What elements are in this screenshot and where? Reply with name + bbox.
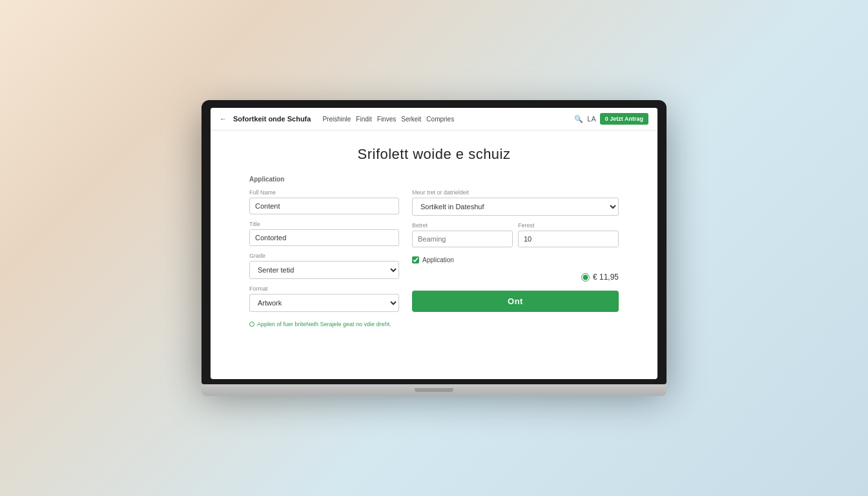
nav-serkeit[interactable]: Serkeit — [401, 116, 421, 123]
title-input[interactable] — [249, 229, 399, 246]
nav-preishinle[interactable]: Preishinle — [322, 116, 351, 123]
search-icon[interactable]: 🔍 — [574, 115, 583, 123]
footer-note-text: Applen of fuer briteNeth Serajele geat n… — [257, 321, 391, 327]
laptop-base — [202, 384, 666, 396]
site-logo: Sofortkeit onde Schufa — [233, 115, 311, 123]
navbar: ← Sofortkeit onde Schufa Preishinle Find… — [211, 108, 657, 130]
cta-button[interactable]: 0 Jetzt Antrag — [600, 113, 648, 125]
grade-select[interactable]: Senter tetid — [249, 261, 399, 279]
period-input[interactable] — [518, 231, 619, 247]
grade-group: Grade Senter tetid — [249, 253, 399, 279]
amount-label: Betret — [412, 222, 513, 229]
nav-compries[interactable]: Compries — [426, 116, 454, 123]
amount-period-row: Betret Ferest — [412, 222, 619, 247]
price-row: € 11,95 — [412, 273, 619, 282]
screen-frame: ← Sofortkeit onde Schufa Preishinle Find… — [202, 100, 666, 384]
title-group: Title — [249, 221, 399, 246]
full-name-label: Full Name — [249, 189, 399, 196]
screen-content: ← Sofortkeit onde Schufa Preishinle Find… — [211, 108, 657, 379]
application-checkbox-label: Application — [422, 256, 454, 264]
left-column: Full Name Title Grade Senter tetid — [249, 189, 399, 312]
right-column: Meur tret or datrieldeit Sortikelt in Da… — [412, 189, 619, 312]
nav-actions: 🔍 LA 0 Jetzt Antrag — [574, 113, 648, 125]
period-group: Ferest — [518, 222, 619, 247]
right-section-group: Meur tret or datrieldeit Sortikelt in Da… — [412, 189, 619, 216]
submit-button[interactable]: Ont — [412, 291, 619, 312]
nav-findit[interactable]: Findit — [356, 116, 371, 123]
amount-group: Betret — [412, 222, 513, 247]
footer-note-icon — [249, 322, 254, 327]
footer-note: Applen of fuer briteNeth Serajele geat n… — [249, 321, 619, 327]
right-section-label: Meur tret or datrieldeit — [412, 189, 619, 196]
form-layout: Full Name Title Grade Senter tetid — [249, 189, 619, 312]
price-value: € 11,95 — [593, 273, 619, 282]
right-dropdown[interactable]: Sortikelt in Dateshuf — [412, 198, 619, 216]
nav-finves[interactable]: Finves — [377, 116, 396, 123]
back-button[interactable]: ← — [220, 115, 227, 123]
amount-input[interactable] — [412, 231, 513, 247]
page-content: Srifolett woide e schuiz Application Ful… — [211, 130, 657, 347]
page-title: Srifolett woide e schuiz — [249, 146, 619, 163]
period-label: Ferest — [518, 222, 619, 229]
full-name-group: Full Name — [249, 189, 399, 214]
price-radio[interactable] — [581, 273, 590, 282]
back-arrow-icon: ← — [220, 115, 227, 123]
format-select[interactable]: Artwork — [249, 294, 399, 312]
application-checkbox[interactable] — [412, 256, 419, 264]
nav-links: Preishinle Findit Finves Serkeit Comprie… — [322, 116, 568, 123]
full-name-input[interactable] — [249, 198, 399, 214]
section-label: Application — [249, 176, 619, 183]
application-checkbox-row: Application — [412, 256, 619, 264]
grade-label: Grade — [249, 253, 399, 259]
user-avatar[interactable]: LA — [587, 115, 595, 123]
format-group: Format Artwork — [249, 285, 399, 312]
title-label: Title — [249, 221, 399, 227]
laptop-container: ← Sofortkeit onde Schufa Preishinle Find… — [202, 100, 666, 396]
laptop-notch — [415, 388, 453, 392]
format-label: Format — [249, 285, 399, 292]
